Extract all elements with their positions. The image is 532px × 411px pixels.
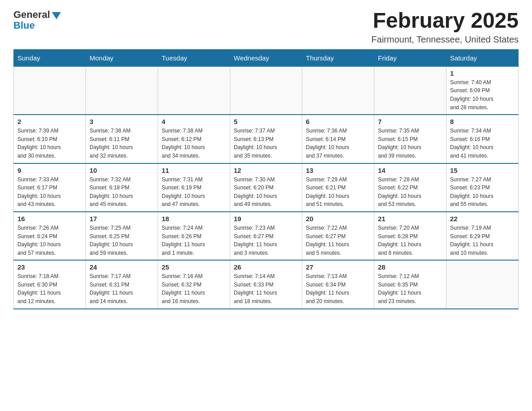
day-number: 21 <box>378 215 442 223</box>
day-number: 6 <box>306 118 370 125</box>
day-info: Sunrise: 7:19 AM Sunset: 6:29 PM Dayligh… <box>450 224 515 257</box>
day-info: Sunrise: 7:34 AM Sunset: 6:16 PM Dayligh… <box>450 127 515 160</box>
day-info: Sunrise: 7:28 AM Sunset: 6:22 PM Dayligh… <box>378 176 442 209</box>
calendar-day-cell: 25Sunrise: 7:16 AM Sunset: 6:32 PM Dayli… <box>158 260 230 308</box>
calendar-day-cell <box>86 66 158 115</box>
calendar-day-cell: 16Sunrise: 7:26 AM Sunset: 6:24 PM Dayli… <box>14 212 86 260</box>
day-info: Sunrise: 7:36 AM Sunset: 6:14 PM Dayligh… <box>306 127 370 160</box>
day-info: Sunrise: 7:23 AM Sunset: 6:27 PM Dayligh… <box>234 224 298 257</box>
day-of-week-header: Thursday <box>302 49 374 66</box>
day-number: 18 <box>162 215 226 223</box>
calendar-day-cell <box>230 66 302 115</box>
day-of-week-header: Saturday <box>446 49 519 66</box>
day-number: 9 <box>17 167 82 174</box>
calendar-week-row: 1Sunrise: 7:40 AM Sunset: 6:09 PM Daylig… <box>14 66 519 115</box>
day-number: 19 <box>234 215 298 223</box>
calendar-day-cell: 15Sunrise: 7:27 AM Sunset: 6:23 PM Dayli… <box>446 163 519 212</box>
day-info: Sunrise: 7:20 AM Sunset: 6:28 PM Dayligh… <box>378 224 442 257</box>
day-info: Sunrise: 7:38 AM Sunset: 6:12 PM Dayligh… <box>162 127 226 160</box>
day-of-week-header: Wednesday <box>230 49 302 66</box>
calendar-day-cell: 23Sunrise: 7:18 AM Sunset: 6:30 PM Dayli… <box>14 260 86 308</box>
day-info: Sunrise: 7:16 AM Sunset: 6:32 PM Dayligh… <box>162 272 226 305</box>
calendar-day-cell: 17Sunrise: 7:25 AM Sunset: 6:25 PM Dayli… <box>86 212 158 260</box>
day-info: Sunrise: 7:27 AM Sunset: 6:23 PM Dayligh… <box>450 176 515 209</box>
calendar-day-cell: 24Sunrise: 7:17 AM Sunset: 6:31 PM Dayli… <box>86 260 158 308</box>
calendar-day-cell: 10Sunrise: 7:32 AM Sunset: 6:18 PM Dayli… <box>86 163 158 212</box>
calendar-week-row: 23Sunrise: 7:18 AM Sunset: 6:30 PM Dayli… <box>14 260 519 308</box>
day-number: 22 <box>450 215 515 223</box>
calendar-day-cell <box>158 66 230 115</box>
day-info: Sunrise: 7:26 AM Sunset: 6:24 PM Dayligh… <box>17 224 82 257</box>
logo-triangle-icon <box>52 12 61 19</box>
day-number: 8 <box>450 118 515 125</box>
day-info: Sunrise: 7:40 AM Sunset: 6:09 PM Dayligh… <box>450 78 515 111</box>
calendar-day-cell: 18Sunrise: 7:24 AM Sunset: 6:26 PM Dayli… <box>158 212 230 260</box>
day-number: 17 <box>90 215 154 223</box>
calendar-day-cell: 22Sunrise: 7:19 AM Sunset: 6:29 PM Dayli… <box>446 212 519 260</box>
calendar-day-cell: 9Sunrise: 7:33 AM Sunset: 6:17 PM Daylig… <box>14 163 86 212</box>
day-of-week-header: Sunday <box>14 49 86 66</box>
calendar-table: SundayMondayTuesdayWednesdayThursdayFrid… <box>13 49 519 309</box>
day-number: 20 <box>306 215 370 223</box>
day-number: 25 <box>162 263 226 271</box>
calendar-week-row: 2Sunrise: 7:39 AM Sunset: 6:10 PM Daylig… <box>14 115 519 163</box>
day-number: 2 <box>17 118 82 125</box>
day-number: 14 <box>378 167 442 174</box>
calendar-week-row: 16Sunrise: 7:26 AM Sunset: 6:24 PM Dayli… <box>14 212 519 260</box>
calendar-day-cell: 12Sunrise: 7:30 AM Sunset: 6:20 PM Dayli… <box>230 163 302 212</box>
day-number: 7 <box>378 118 442 125</box>
month-title: February 2025 <box>371 9 519 33</box>
calendar-day-cell: 6Sunrise: 7:36 AM Sunset: 6:14 PM Daylig… <box>302 115 374 163</box>
day-number: 5 <box>234 118 298 125</box>
day-number: 3 <box>90 118 154 125</box>
title-section: February 2025 Fairmount, Tennessee, Unit… <box>371 9 519 45</box>
day-number: 10 <box>90 167 154 174</box>
day-info: Sunrise: 7:12 AM Sunset: 6:35 PM Dayligh… <box>378 272 442 305</box>
day-info: Sunrise: 7:31 AM Sunset: 6:19 PM Dayligh… <box>162 176 226 209</box>
day-number: 12 <box>234 167 298 174</box>
calendar-day-cell: 20Sunrise: 7:22 AM Sunset: 6:27 PM Dayli… <box>302 212 374 260</box>
day-info: Sunrise: 7:30 AM Sunset: 6:20 PM Dayligh… <box>234 176 298 209</box>
day-number: 16 <box>17 215 82 223</box>
day-of-week-header: Friday <box>374 49 446 66</box>
calendar-day-cell: 5Sunrise: 7:37 AM Sunset: 6:13 PM Daylig… <box>230 115 302 163</box>
day-info: Sunrise: 7:37 AM Sunset: 6:13 PM Dayligh… <box>234 127 298 160</box>
logo: General Blue <box>13 9 61 31</box>
calendar-day-cell: 27Sunrise: 7:13 AM Sunset: 6:34 PM Dayli… <box>302 260 374 308</box>
logo-blue-text: Blue <box>13 20 35 31</box>
calendar-day-cell: 21Sunrise: 7:20 AM Sunset: 6:28 PM Dayli… <box>374 212 446 260</box>
calendar-day-cell <box>14 66 86 115</box>
day-number: 26 <box>234 263 298 271</box>
calendar-day-cell: 14Sunrise: 7:28 AM Sunset: 6:22 PM Dayli… <box>374 163 446 212</box>
day-number: 15 <box>450 167 515 174</box>
day-info: Sunrise: 7:32 AM Sunset: 6:18 PM Dayligh… <box>90 176 154 209</box>
page-header: General Blue February 2025 Fairmount, Te… <box>13 9 519 45</box>
calendar-day-cell: 28Sunrise: 7:12 AM Sunset: 6:35 PM Dayli… <box>374 260 446 308</box>
location-subtitle: Fairmount, Tennessee, United States <box>371 34 519 45</box>
day-info: Sunrise: 7:24 AM Sunset: 6:26 PM Dayligh… <box>162 224 226 257</box>
calendar-day-cell <box>446 260 519 308</box>
day-info: Sunrise: 7:14 AM Sunset: 6:33 PM Dayligh… <box>234 272 298 305</box>
day-info: Sunrise: 7:25 AM Sunset: 6:25 PM Dayligh… <box>90 224 154 257</box>
day-info: Sunrise: 7:22 AM Sunset: 6:27 PM Dayligh… <box>306 224 370 257</box>
day-number: 13 <box>306 167 370 174</box>
calendar-day-cell: 11Sunrise: 7:31 AM Sunset: 6:19 PM Dayli… <box>158 163 230 212</box>
day-info: Sunrise: 7:13 AM Sunset: 6:34 PM Dayligh… <box>306 272 370 305</box>
day-number: 23 <box>17 263 82 271</box>
calendar-day-cell: 19Sunrise: 7:23 AM Sunset: 6:27 PM Dayli… <box>230 212 302 260</box>
day-of-week-header: Monday <box>86 49 158 66</box>
day-info: Sunrise: 7:38 AM Sunset: 6:11 PM Dayligh… <box>90 127 154 160</box>
day-number: 11 <box>162 167 226 174</box>
day-info: Sunrise: 7:17 AM Sunset: 6:31 PM Dayligh… <box>90 272 154 305</box>
day-number: 27 <box>306 263 370 271</box>
calendar-day-cell: 1Sunrise: 7:40 AM Sunset: 6:09 PM Daylig… <box>446 66 519 115</box>
day-info: Sunrise: 7:18 AM Sunset: 6:30 PM Dayligh… <box>17 272 82 305</box>
day-info: Sunrise: 7:35 AM Sunset: 6:15 PM Dayligh… <box>378 127 442 160</box>
day-number: 28 <box>378 263 442 271</box>
day-number: 4 <box>162 118 226 125</box>
day-of-week-header: Tuesday <box>158 49 230 66</box>
calendar-day-cell: 4Sunrise: 7:38 AM Sunset: 6:12 PM Daylig… <box>158 115 230 163</box>
calendar-day-cell: 26Sunrise: 7:14 AM Sunset: 6:33 PM Dayli… <box>230 260 302 308</box>
day-info: Sunrise: 7:29 AM Sunset: 6:21 PM Dayligh… <box>306 176 370 209</box>
day-info: Sunrise: 7:33 AM Sunset: 6:17 PM Dayligh… <box>17 176 82 209</box>
